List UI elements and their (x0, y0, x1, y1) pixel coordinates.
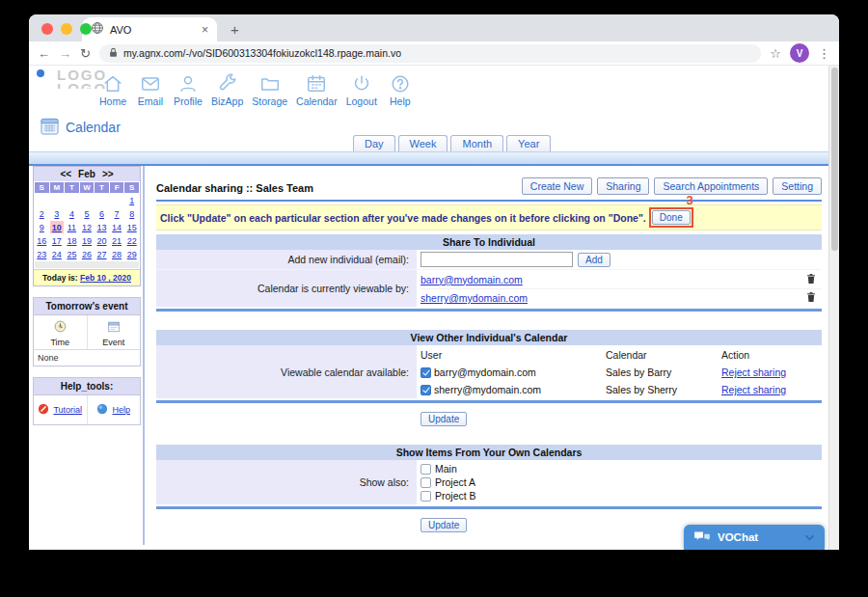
calendar-day-cell[interactable]: 25 (65, 248, 79, 260)
calendar-day-cell[interactable]: 4 (65, 207, 79, 220)
profile-avatar[interactable]: V (790, 43, 809, 63)
calendar-day-cell[interactable]: 3 (50, 207, 65, 220)
calendar-day-cell[interactable]: 26 (80, 248, 95, 260)
calendar-day-cell[interactable]: 8 (124, 207, 139, 220)
calendar-day-cell[interactable]: 24 (50, 248, 65, 260)
calendar-day-link[interactable]: 21 (112, 236, 122, 246)
browser-tab[interactable]: AVO × (82, 17, 217, 41)
project-a-checkbox[interactable] (420, 477, 431, 488)
trash-icon[interactable] (806, 271, 816, 288)
calendar-day-cell[interactable]: 1 (124, 194, 139, 206)
calendar-day-link[interactable]: 8 (129, 209, 134, 219)
prev-month-button[interactable]: << (60, 169, 71, 179)
calendar-day-cell[interactable]: 20 (95, 234, 109, 247)
calendar-day-link[interactable]: 23 (37, 250, 46, 259)
tab-year[interactable]: Year (506, 135, 551, 151)
calendar-day-link[interactable]: 25 (67, 250, 76, 259)
calendar-day-link[interactable]: 28 (112, 250, 122, 259)
tab-day[interactable]: Day (353, 135, 395, 151)
search-appointments-button[interactable]: Search Appointments (654, 177, 768, 195)
calendar-day-link[interactable]: 29 (127, 250, 137, 259)
calendar-day-link[interactable]: 11 (68, 223, 76, 232)
vochat-widget[interactable]: VOChat (684, 525, 825, 550)
calendar-day-link[interactable]: 3 (54, 209, 59, 219)
calendar-day-link[interactable]: 18 (67, 236, 76, 246)
new-tab-button[interactable]: + (231, 21, 239, 38)
calendar-day-cell[interactable]: 17 (50, 234, 65, 247)
calendar-day-cell[interactable]: 11 (65, 221, 79, 233)
zoom-window-button[interactable] (80, 23, 92, 35)
calendar-day-link[interactable]: 7 (115, 209, 120, 219)
calendar-day-cell[interactable]: 19 (80, 234, 95, 247)
update-button-show-items[interactable]: Update (420, 518, 467, 532)
viewer-email-link[interactable]: sherry@mydomain.com (420, 292, 528, 304)
calendar-day-cell[interactable]: 14 (110, 221, 124, 233)
tab-close-icon[interactable]: × (202, 23, 208, 37)
minimize-window-button[interactable] (61, 23, 72, 35)
reject-sharing-link[interactable]: Reject sharing (721, 384, 786, 395)
calendar-day-cell[interactable]: 2 (35, 207, 49, 220)
calendar-day-cell[interactable]: 5 (80, 207, 95, 220)
calendar-day-link[interactable]: 20 (97, 236, 107, 246)
calendar-day-link[interactable]: 16 (37, 236, 46, 246)
reload-icon[interactable]: ↻ (80, 46, 91, 61)
calendar-day-cell[interactable]: 16 (35, 234, 49, 247)
calendar-day-cell[interactable]: 29 (124, 248, 139, 260)
update-button-view-other[interactable]: Update (420, 412, 467, 426)
calendar-day-link[interactable]: 4 (69, 209, 74, 219)
calendar-day-cell[interactable]: 13 (95, 221, 109, 233)
calendar-day-link[interactable]: 15 (127, 223, 137, 232)
add-individual-email-input[interactable] (420, 252, 573, 267)
calendar-day-link[interactable]: 14 (112, 223, 122, 232)
sharing-button[interactable]: Sharing (597, 177, 649, 195)
help-link[interactable]: Help (112, 405, 130, 415)
calendar-day-cell[interactable]: 21 (110, 234, 124, 247)
calendar-day-cell[interactable]: 18 (65, 234, 79, 247)
tab-week[interactable]: Week (398, 135, 448, 151)
project-b-checkbox[interactable] (420, 491, 431, 502)
calendar-day-link[interactable]: 27 (97, 250, 107, 259)
user-checkbox[interactable] (420, 367, 431, 378)
calendar-day-cell[interactable]: 22 (124, 234, 139, 247)
setting-button[interactable]: Setting (773, 177, 822, 195)
calendar-day-cell[interactable]: 23 (35, 248, 49, 260)
nav-item-home[interactable]: Home (98, 73, 127, 107)
browser-menu-icon[interactable]: ⋮ (818, 46, 830, 61)
close-window-button[interactable] (41, 23, 53, 35)
back-icon[interactable]: ← (38, 46, 50, 61)
done-button[interactable]: Done (652, 210, 691, 225)
tutorial-link[interactable]: Tutorial (53, 405, 82, 415)
calendar-day-cell[interactable]: 9 (35, 221, 49, 233)
calendar-day-cell[interactable]: 7 (110, 207, 124, 220)
calendar-day-cell[interactable]: 12 (80, 221, 95, 233)
today-date-link[interactable]: Feb 10 , 2020 (80, 273, 131, 283)
nav-item-email[interactable]: Email (136, 73, 165, 107)
calendar-day-link[interactable]: 19 (82, 236, 92, 246)
calendar-day-link[interactable]: 5 (84, 209, 89, 219)
calendar-day-link[interactable]: 6 (99, 209, 104, 219)
nav-item-logout[interactable]: Logout (346, 73, 377, 107)
url-bar[interactable]: my.agnx.com/-/vo/SID600313304fokiuzokcl1… (99, 44, 761, 63)
create-new-button[interactable]: Create New (522, 177, 592, 195)
forward-icon[interactable]: → (59, 46, 71, 61)
next-month-button[interactable]: >> (102, 169, 114, 179)
reject-sharing-link[interactable]: Reject sharing (721, 366, 786, 378)
viewer-email-link[interactable]: barry@mydomain.com (420, 274, 523, 285)
calendar-day-link[interactable]: 24 (52, 250, 62, 259)
calendar-day-link[interactable]: 26 (82, 250, 92, 259)
calendar-day-cell[interactable]: 15 (124, 221, 139, 233)
calendar-day-link[interactable]: 12 (82, 223, 92, 232)
calendar-day-link[interactable]: 9 (40, 223, 44, 232)
calendar-day-link[interactable]: 10 (52, 223, 62, 232)
calendar-day-cell[interactable]: 6 (95, 207, 109, 220)
calendar-day-link[interactable]: 22 (127, 236, 137, 246)
nav-item-help[interactable]: Help (386, 73, 415, 107)
user-checkbox[interactable] (420, 385, 431, 395)
tab-month[interactable]: Month (450, 135, 503, 151)
calendar-day-link[interactable]: 13 (97, 223, 107, 232)
add-button[interactable]: Add (578, 253, 610, 267)
nav-item-bizapp[interactable]: BizApp (211, 73, 243, 107)
calendar-day-cell[interactable]: 28 (110, 248, 124, 260)
chevron-down-icon[interactable] (804, 531, 815, 543)
calendar-day-cell[interactable]: 10 (50, 221, 65, 233)
